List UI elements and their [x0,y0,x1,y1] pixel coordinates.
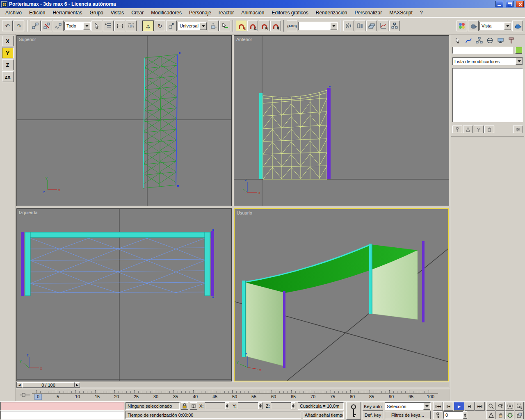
menu-item-maxscript[interactable]: MAXScript [386,9,416,17]
min-max-toggle-button[interactable] [515,411,524,419]
maxscript-listener-output[interactable] [0,411,124,420]
play-animation-button[interactable]: ▶ [454,402,464,411]
quick-render-button[interactable] [512,21,523,31]
maxscript-listener-input[interactable] [0,402,124,411]
current-frame-spinner[interactable] [463,411,467,419]
viewport-anterior[interactable]: Anterior z [234,35,449,206]
menu-item-modificadores[interactable]: Modificadores [147,9,185,17]
select-and-manipulate-button[interactable] [219,21,230,31]
time-slider-track[interactable] [16,382,449,388]
dropdown-arrow-icon[interactable] [330,22,337,30]
time-slider-thumb[interactable]: 0 / 100 [22,382,75,388]
spinner-snap-button[interactable] [270,21,281,31]
select-and-scale-button[interactable] [166,21,177,31]
layer-manager-button[interactable] [366,21,377,31]
modifier-list-dropdown[interactable]: Lista de modificadores [452,57,523,65]
select-and-rotate-button[interactable]: ↻ [155,21,165,31]
time-slider-next-button[interactable]: ▶ [75,382,80,388]
select-and-link-button[interactable] [30,21,41,31]
render-scene-button[interactable] [468,21,479,31]
selection-set-dropdown[interactable]: Selección [385,402,431,410]
dropdown-arrow-icon[interactable] [83,22,90,30]
menu-item-crear[interactable]: Crear [128,9,147,17]
pin-stack-button[interactable] [452,126,462,133]
align-button[interactable] [355,21,365,31]
coord-x-field[interactable] [205,402,225,409]
arc-rotate-button[interactable] [505,411,514,419]
configure-modifier-sets-button[interactable] [513,126,523,133]
tab-create[interactable] [453,36,463,45]
material-editor-button[interactable] [457,21,467,31]
auto-key-button[interactable]: Key auto [363,402,383,411]
menu-item-archivo[interactable]: Archivo [2,9,25,17]
field-of-view-button[interactable] [486,411,495,419]
menu-item-reactor[interactable]: reactor [215,9,237,17]
menu-item-vistas[interactable]: Vistas [107,9,128,17]
window-crossing-button[interactable] [126,21,137,31]
select-by-name-button[interactable] [103,21,114,31]
make-unique-button[interactable] [474,126,484,133]
key-filters-button[interactable]: Filtros de keys... [385,411,431,419]
previous-frame-button[interactable]: ◀ [443,402,453,411]
tab-utilities[interactable] [506,36,516,45]
axis-constraint-x-button[interactable]: X [2,36,14,46]
tab-display[interactable] [495,36,505,45]
menu-item-personaje[interactable]: Personaje [185,9,215,17]
close-button[interactable] [516,1,524,7]
go-to-start-button[interactable]: ◀◀ [433,402,443,411]
selection-filter-dropdown[interactable]: Todo [64,22,91,30]
mirror-button[interactable] [343,21,354,31]
coord-x-spinner[interactable] [225,402,229,409]
axis-constraint-z-button[interactable]: Z [2,59,14,70]
current-frame-field[interactable]: 0 [443,411,463,419]
remove-modifier-button[interactable] [484,126,494,133]
dropdown-arrow-icon[interactable] [200,22,207,30]
coord-z-field[interactable] [271,402,291,409]
menu-item-editores-graficos[interactable]: Editores gráficos [268,9,312,17]
go-to-end-button[interactable]: ▶▶ [475,402,485,411]
unlink-selection-button[interactable] [41,21,52,31]
menu-item-personalizar[interactable]: Personalizar [351,9,386,17]
zoom-all-button[interactable] [496,402,505,411]
select-object-button[interactable] [91,21,102,31]
tab-modify[interactable] [463,36,473,45]
menu-item-grupo[interactable]: Grupo [86,9,107,17]
redo-button[interactable]: ↷ [14,21,24,31]
zoom-extents-button[interactable] [505,402,514,411]
set-defaults-key-button[interactable]: Def. key [363,411,383,419]
viewport-izquierda[interactable]: Izquierda z x [16,208,232,381]
menu-item-herramientas[interactable]: Herramientas [49,9,86,17]
named-selection-sets-button[interactable]: {ABC} [287,21,297,31]
bind-to-space-warp-button[interactable] [53,21,64,31]
axis-constraint-plane-button[interactable]: zx [2,71,14,82]
axis-constraint-y-button[interactable]: Y [2,48,14,58]
dropdown-arrow-icon[interactable] [504,22,511,30]
percent-snap-button[interactable]: % [259,21,269,31]
coordinate-system-dropdown[interactable]: Universal [178,22,207,30]
coord-z-spinner[interactable] [291,402,295,409]
pan-button[interactable] [496,411,505,419]
viewport-superior[interactable]: Superior y x z [16,35,232,206]
use-pivot-center-button[interactable] [208,21,219,31]
minimize-button[interactable] [495,1,503,7]
object-name-field[interactable] [452,47,513,54]
coord-y-spinner[interactable] [258,402,262,409]
dropdown-arrow-icon[interactable] [516,58,523,65]
selection-region-button[interactable] [114,21,125,31]
menu-item-edicion[interactable]: Edición [25,9,49,17]
modifier-stack-list[interactable] [452,68,523,122]
track-bar[interactable]: 0 5 10 15 20 25 30 35 40 45 50 55 60 65 … [16,389,450,401]
curve-editor-button[interactable] [378,21,388,31]
tab-motion[interactable] [485,36,495,45]
select-and-move-button[interactable]: ↔ ↕ [142,21,154,31]
zoom-button[interactable] [486,402,495,411]
viewport-usuario[interactable]: Usuario z x y [234,208,449,381]
next-frame-button[interactable]: ▶ [465,402,475,411]
snap-toggle-button[interactable]: 3 [236,21,247,31]
object-color-swatch[interactable] [515,47,522,54]
absolute-offset-toggle-button[interactable] [190,402,197,410]
schematic-view-button[interactable] [389,21,400,31]
render-type-dropdown[interactable]: Vista [479,22,511,30]
dropdown-arrow-icon[interactable] [423,403,430,410]
menu-item-renderizacion[interactable]: Renderización [312,9,351,17]
